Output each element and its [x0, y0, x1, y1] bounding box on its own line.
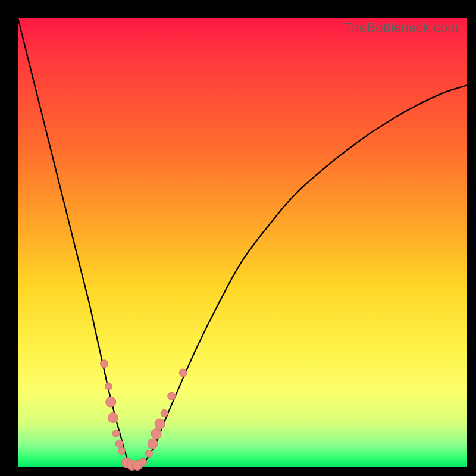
curve-marker: [118, 447, 125, 455]
watermark-text: TheBottleneck.com: [344, 20, 459, 36]
curve-marker: [108, 412, 118, 422]
chart-frame: TheBottleneck.com: [0, 0, 476, 476]
marker-group: [100, 360, 187, 471]
curve-marker: [112, 430, 120, 437]
curve-marker: [179, 369, 187, 377]
curve-marker: [151, 429, 161, 439]
curve-marker: [139, 458, 146, 466]
curve-marker: [168, 392, 176, 400]
bottleneck-curve: [18, 18, 467, 467]
curve-marker: [161, 409, 168, 416]
curve-marker: [106, 397, 116, 407]
curve-marker: [115, 440, 123, 447]
curve-marker: [145, 450, 152, 457]
curve-path: [18, 18, 467, 466]
curve-marker: [105, 383, 112, 390]
plot-area: TheBottleneck.com: [18, 18, 467, 467]
curve-marker: [100, 360, 108, 368]
curve-marker: [148, 439, 158, 449]
curve-marker: [155, 419, 165, 429]
